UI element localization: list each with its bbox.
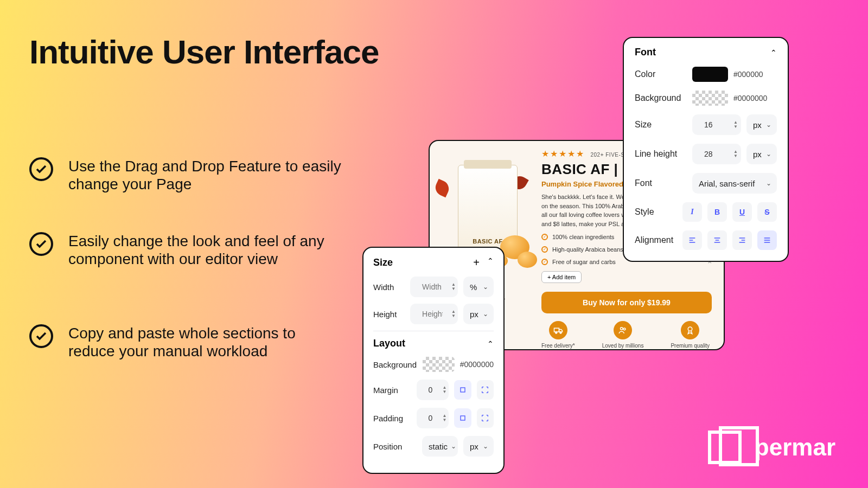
chevron-down-icon: ⌄ [483,283,488,291]
font-background-swatch[interactable] [692,91,728,106]
padding-field[interactable] [423,408,439,428]
width-label: Width [373,282,405,292]
font-background-label: Background [635,93,687,103]
check-icon [29,157,53,181]
star-icon: ★★★★★ [541,149,585,158]
check-icon [29,324,53,348]
add-item-button[interactable]: + Add item [541,271,582,283]
trust-label: Loved by millions [602,343,644,349]
svg-point-5 [688,327,693,331]
permar-logo-icon [708,431,742,464]
check-icon [29,232,53,256]
add-icon[interactable]: + [473,256,480,269]
bold-button[interactable]: B [707,202,727,222]
color-swatch[interactable] [692,67,728,82]
background-label: Background [373,360,417,369]
width-field[interactable] [417,277,448,297]
bullet-text: Easily change the look and feel of any c… [68,232,345,268]
margin-label: Margin [373,386,411,395]
box-model-uniform-icon[interactable] [454,408,471,428]
font-size-unit-select[interactable]: px⌄ [746,114,777,135]
font-background-hex: #0000000 [733,94,767,102]
margin-input[interactable]: ▲▼ [417,380,449,400]
bullet-text: Copy and paste whole sections to reduce … [68,324,345,360]
position-select[interactable]: static⌄ [422,436,458,457]
svg-rect-6 [461,388,465,392]
font-style-label: Style [635,207,677,217]
svg-point-1 [556,332,557,333]
chevron-down-icon: ⌄ [451,442,456,450]
page-title: Intuitive User Interface [29,33,379,71]
box-model-expand-icon[interactable] [477,380,494,400]
collapse-icon[interactable]: ⌃ [770,48,777,57]
font-size-input[interactable]: ▲▼ [692,114,741,135]
svg-point-3 [621,328,623,330]
width-input[interactable]: ▲▼ [410,277,458,297]
position-label: Position [373,442,417,451]
background-swatch[interactable] [423,357,454,372]
height-label: Height [373,310,405,319]
font-size-field[interactable] [699,115,730,134]
width-unit-select[interactable]: %⌄ [463,277,494,297]
trust-label: Premium quality [671,343,710,349]
background-hex: #0000000 [460,360,494,369]
box-model-uniform-icon[interactable] [454,380,471,400]
height-input[interactable]: ▲▼ [410,304,458,324]
align-center-button[interactable] [707,230,727,250]
chevron-down-icon: ⌄ [766,150,771,158]
brand-name: permar [755,434,835,461]
stepper-down-icon[interactable]: ▼ [733,125,738,129]
chevron-down-icon: ⌄ [483,442,488,450]
feature-bullet: Copy and paste whole sections to reduce … [29,324,345,360]
strikethrough-button[interactable]: S [757,202,777,222]
alignment-label: Alignment [635,235,677,245]
chevron-down-icon: ⌄ [766,179,771,187]
chevron-down-icon: ⌄ [483,310,488,318]
feature-text: High-quality Arabica beans [552,246,623,253]
feature-text: 100% clean ingredients [552,234,614,240]
stepper-down-icon[interactable]: ▼ [733,154,738,158]
font-family-label: Font [635,178,687,188]
award-icon [681,321,699,339]
align-justify-button[interactable] [757,230,777,250]
check-icon [541,234,548,240]
italic-button[interactable]: I [682,202,702,222]
align-left-button[interactable] [682,230,702,250]
box-model-expand-icon[interactable] [477,408,494,428]
font-family-select[interactable]: Arial, sans-serif⌄ [692,173,777,194]
padding-label: Padding [373,414,411,423]
padding-input[interactable]: ▲▼ [417,408,449,428]
stepper-down-icon[interactable]: ▼ [443,418,447,422]
stepper-down-icon[interactable]: ▼ [451,287,456,291]
font-section-title: Font [635,47,656,58]
line-height-unit-select[interactable]: px⌄ [746,144,777,164]
underline-button[interactable]: U [732,202,752,222]
collapse-icon[interactable]: ⌃ [487,339,494,348]
buy-now-button[interactable]: Buy Now for only $19.99 [541,292,712,313]
users-icon [614,321,632,339]
brand-logo: permar [708,431,835,464]
margin-field[interactable] [423,380,439,400]
align-right-button[interactable] [732,230,752,250]
layout-section-title: Layout [373,338,405,349]
feature-text: Free of sugar and carbs [552,259,616,265]
line-height-input[interactable]: ▲▼ [692,144,741,164]
color-label: Color [635,69,687,79]
position-unit-select[interactable]: px⌄ [463,436,494,457]
collapse-icon[interactable]: ⌃ [487,256,494,269]
check-icon [541,246,548,253]
height-unit-select[interactable]: px⌄ [463,304,494,324]
feature-bullet: Easily change the look and feel of any c… [29,232,345,268]
svg-point-2 [560,332,561,333]
stepper-down-icon[interactable]: ▼ [443,390,447,394]
feature-bullet: Use the Drag and Drop Feature to easily … [29,157,345,193]
svg-rect-7 [461,416,465,420]
bullet-text: Use the Drag and Drop Feature to easily … [68,157,345,193]
height-field[interactable] [417,304,448,324]
font-panel: Font ⌃ Color #000000 Background #0000000… [623,37,789,262]
line-height-field[interactable] [699,144,730,164]
trust-label: Free delivery* [541,343,575,349]
stepper-down-icon[interactable]: ▼ [451,314,456,318]
svg-point-4 [623,328,626,330]
size-section-title: Size [373,257,393,268]
